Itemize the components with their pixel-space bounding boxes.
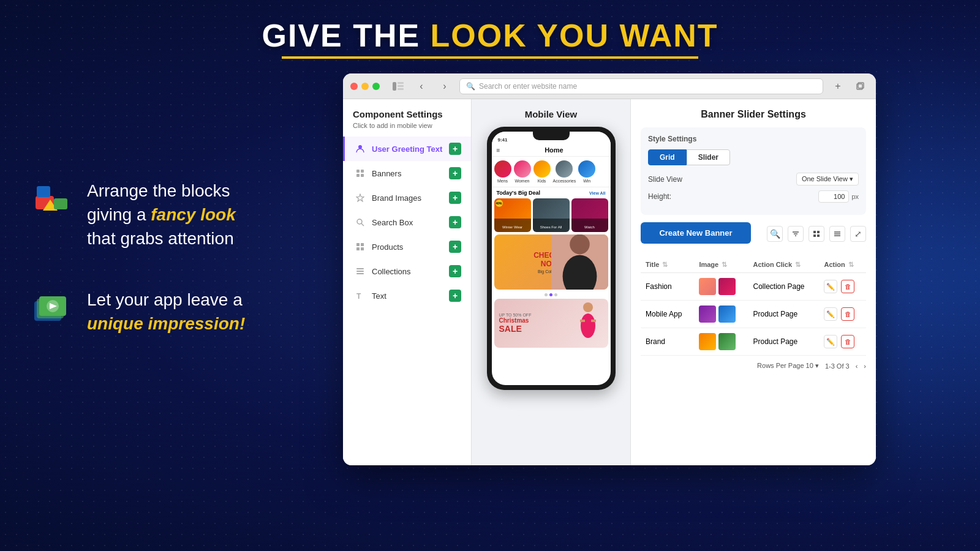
col-action: Action ⇅ — [819, 257, 866, 273]
grid-slider-toggle: Grid Slider — [648, 149, 859, 165]
mobile-app-action-click-cell: Product Page — [748, 301, 819, 328]
banner-settings-title: Banner Slider Settings — [641, 107, 866, 127]
sort-icon-action[interactable]: ⇅ — [848, 261, 854, 268]
discount-badge: 40% — [496, 200, 503, 207]
svg-point-34 — [583, 302, 593, 312]
sidebar-item-products[interactable]: Products + — [343, 234, 471, 259]
mobile-app-thumbs — [699, 305, 743, 323]
watch-label: Watch — [584, 225, 595, 229]
sort-icon-image[interactable]: ⇅ — [722, 261, 727, 268]
col-title: Title ⇅ — [641, 257, 694, 273]
svg-marker-20 — [356, 194, 364, 201]
slide-view-select[interactable]: One Slide View ▾ — [796, 173, 859, 186]
sidebar-item-banners[interactable]: Banners + — [343, 161, 471, 186]
svg-rect-26 — [361, 247, 364, 250]
mobile-app-delete-button[interactable]: 🗑 — [841, 307, 854, 321]
text-add-button[interactable]: + — [449, 290, 461, 302]
sidebar-item-text[interactable]: T Text + — [343, 283, 471, 308]
svg-rect-36 — [580, 320, 585, 322]
brand-images-add-button[interactable]: + — [449, 192, 461, 204]
search-box-add-button[interactable]: + — [449, 216, 461, 228]
svg-rect-19 — [361, 174, 364, 177]
browser-chrome: ‹ › 🔍 Search or enter website name + — [343, 73, 876, 99]
cat-acc-img — [556, 160, 573, 178]
svg-line-22 — [361, 223, 364, 226]
component-settings-title: Component Settings — [343, 104, 471, 122]
page-heading-highlight: LOOK YOU WANT — [431, 18, 718, 53]
sale-text-container: UP TO 50% OFF Christmas SALE — [499, 313, 573, 334]
banners-add-button[interactable]: + — [449, 167, 461, 179]
feature-arrange: Arrange the blocksgiving a fancy looktha… — [31, 179, 343, 251]
table-header-row: Title ⇅ Image ⇅ Action Click ⇅ Action — [641, 257, 866, 273]
height-unit: px — [851, 193, 859, 200]
height-input[interactable] — [818, 190, 849, 203]
maximize-dot[interactable] — [372, 83, 380, 90]
sort-icon-title[interactable]: ⇅ — [662, 261, 668, 268]
user-greeting-add-button[interactable]: + — [449, 143, 461, 155]
phone-section-header: Today's Big Deal View All — [492, 187, 611, 198]
sidebar-item-user-greeting[interactable]: User Greeting Text + — [343, 137, 471, 161]
phone-nav-bar: ≡ Home — [492, 144, 611, 157]
svg-rect-25 — [356, 247, 360, 250]
list-view-icon[interactable] — [829, 226, 845, 242]
sidebar-item-brand-images[interactable]: Brand Images + — [343, 186, 471, 210]
fashion-delete-button[interactable]: 🗑 — [841, 280, 854, 293]
cat-women-label: Women — [515, 179, 530, 183]
svg-rect-42 — [817, 231, 820, 233]
new-tab-icon[interactable]: + — [829, 78, 846, 95]
component-sidebar: Component Settings Click to add in mobil… — [343, 99, 472, 465]
svg-rect-11 — [398, 85, 404, 87]
sidebar-item-search-box[interactable]: Search Box + — [343, 210, 471, 234]
brand-action-cell: ✏️ 🗑 — [819, 328, 866, 356]
impression-text: Let your app leave aunique impression! — [87, 288, 245, 335]
mobile-view-title: Mobile View — [525, 104, 578, 127]
arrange-icon — [31, 179, 75, 223]
forward-icon[interactable]: › — [436, 78, 453, 95]
svg-rect-27 — [356, 268, 364, 269]
cat-mens-img — [494, 160, 511, 178]
slider-toggle-button[interactable]: Slider — [687, 149, 730, 165]
rows-per-page-chevron[interactable]: ▾ — [815, 362, 819, 369]
create-new-banner-button[interactable]: Create New Banner — [641, 222, 751, 244]
slide-view-row: Slide View One Slide View ▾ — [648, 173, 859, 186]
filter-search-icon[interactable]: 🔍 — [767, 226, 783, 242]
person-icon — [355, 143, 366, 154]
fashion-thumb-1 — [699, 278, 716, 295]
svg-rect-9 — [393, 82, 396, 91]
phone-categories: Mens Women Kids Accessories — [492, 157, 611, 187]
hamburger-icon: ≡ — [497, 147, 500, 154]
grid-view-icon[interactable] — [809, 226, 824, 242]
title-underline — [282, 56, 698, 59]
products-icon — [355, 241, 366, 252]
minimize-dot[interactable] — [361, 83, 369, 90]
brand-edit-button[interactable]: ✏️ — [824, 335, 837, 348]
col-image: Image ⇅ — [694, 257, 748, 273]
address-bar[interactable]: 🔍 Search or enter website name — [459, 78, 823, 94]
svg-rect-18 — [356, 174, 360, 177]
expand-icon[interactable]: ⤢ — [850, 226, 866, 242]
pagination-next[interactable]: › — [864, 362, 866, 370]
pagination-text: 1-3 Of 3 — [825, 362, 850, 370]
filter-icon[interactable] — [788, 226, 804, 242]
mobile-thumb-2 — [718, 305, 736, 323]
back-icon[interactable]: ‹ — [413, 78, 430, 95]
browser-content: Component Settings Click to add in mobil… — [343, 99, 876, 465]
fashion-edit-button[interactable]: ✏️ — [824, 280, 837, 293]
svg-point-15 — [358, 145, 362, 149]
close-dot[interactable] — [350, 83, 358, 90]
view-all-link[interactable]: View All — [589, 191, 605, 195]
sidebar-item-collections[interactable]: Collections + — [343, 259, 471, 283]
svg-rect-37 — [591, 320, 596, 322]
grid-toggle-button[interactable]: Grid — [648, 149, 687, 165]
svg-rect-17 — [361, 170, 364, 173]
collections-icon — [355, 266, 366, 277]
sidebar-toggle-icon[interactable] — [390, 78, 407, 95]
sort-icon-action-click[interactable]: ⇅ — [795, 261, 801, 268]
slide-view-value-container: One Slide View ▾ — [796, 173, 859, 186]
products-add-button[interactable]: + — [449, 241, 461, 253]
duplicate-tab-icon[interactable] — [851, 78, 869, 95]
mobile-app-edit-button[interactable]: ✏️ — [824, 307, 837, 321]
brand-delete-button[interactable]: 🗑 — [841, 335, 854, 348]
collections-add-button[interactable]: + — [449, 265, 461, 277]
pagination-prev[interactable]: ‹ — [856, 362, 858, 370]
